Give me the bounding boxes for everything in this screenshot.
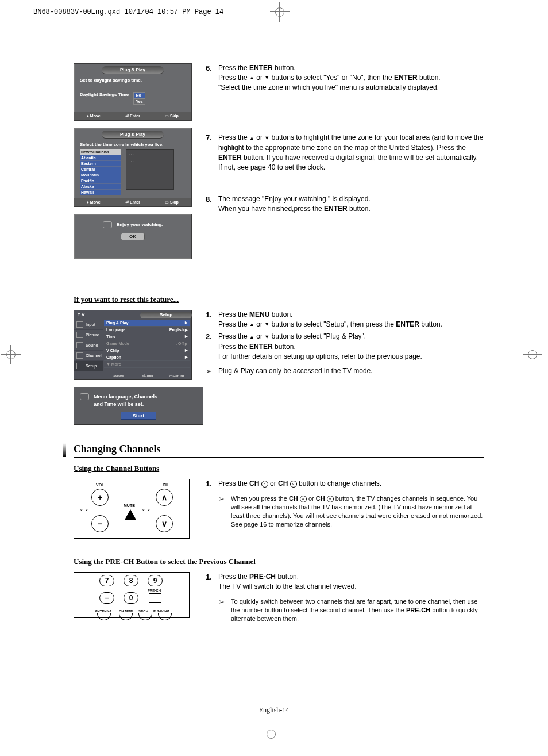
up-arrow-icon: ▲ <box>249 332 254 342</box>
side-item[interactable]: Input <box>74 320 103 330</box>
vol-label: VOL <box>96 483 104 487</box>
down-arrow-icon: ▼ <box>264 320 269 329</box>
tz-item[interactable]: Eastern <box>80 161 121 167</box>
info-icon <box>80 393 89 400</box>
side-item[interactable]: Picture <box>74 330 103 340</box>
ch-down-button[interactable]: ∨ <box>156 515 173 532</box>
setup-row[interactable]: Time▶ <box>104 333 190 340</box>
osd-footer: ♦ Move ⏎ Enter ▭ Skip <box>74 112 191 120</box>
up-arrow-icon: ▲ <box>249 133 254 143</box>
crop-mark-left <box>1 345 21 366</box>
foot-move: ♦ Move <box>74 112 113 120</box>
osd-setup-menu: T V Setup Input Picture Sound Channel Se… <box>74 310 192 380</box>
timezone-list[interactable]: Newfoundland Atlantic Eastern Central Mo… <box>80 149 121 195</box>
note-arrow-icon: ➢ <box>206 366 218 376</box>
dst-option-no[interactable]: No <box>133 92 145 98</box>
pre-step-1: 1. Press the PRE-CH button. The TV will … <box>206 572 484 623</box>
dst-label: Daylight Savings Time <box>80 92 129 97</box>
setup-main: Plug & Play▶ Language: English ▶ Time▶ G… <box>104 320 190 368</box>
osd-timezone: Plug & Play Select the time zone in whic… <box>74 128 192 207</box>
step-body: The message "Enjoy your watching." is di… <box>218 194 484 214</box>
step-6: 6. Press the ENTER button. Press the ▲ o… <box>206 63 484 93</box>
tz-item[interactable]: Alaska <box>80 184 121 190</box>
step-number: 7. <box>206 133 218 172</box>
step-body: Press the PRE-CH button. The TV will swi… <box>218 572 484 623</box>
side-item[interactable]: Channel <box>74 351 103 361</box>
prech-button[interactable] <box>149 593 161 603</box>
remote-diagram-prech: 7 8 9 – 0 PRE-CH ANTENNA CH MGR SRCH E.S… <box>74 572 190 618</box>
dots-icon: ∘∘ <box>80 507 90 513</box>
note-text: To quickly switch between two channels t… <box>231 597 484 623</box>
info-icon <box>103 221 112 228</box>
step-body: Press the ENTER button. Press the ▲ or ▼… <box>218 63 484 93</box>
ch-down-icon: ∨ <box>290 481 297 488</box>
tz-item[interactable]: Mountain <box>80 172 121 178</box>
side-item[interactable]: Sound <box>74 340 103 351</box>
page-footer: English-14 <box>0 706 548 715</box>
tz-item[interactable]: Newfoundland <box>80 149 121 155</box>
osd-title: Plug & Play <box>102 131 164 139</box>
note-text: Plug & Play can only be accessed in the … <box>218 366 373 376</box>
setup-row[interactable]: ▼ More <box>104 361 190 368</box>
print-header: BN68-00883V-00Eng.qxd 10/1/04 10:57 PM P… <box>33 8 223 16</box>
dash-button[interactable]: – <box>99 592 114 604</box>
up-arrow-icon: ▲ <box>249 320 254 329</box>
setup-footer: ♦Move ⏎Enter ▭Return <box>104 373 191 379</box>
step-number: 1. <box>206 479 218 529</box>
tz-item[interactable]: Pacific <box>80 178 121 184</box>
step-body: Press the ▲ or ▼ buttons to select "Plug… <box>218 332 484 361</box>
osd-title: Plug & Play <box>102 66 164 74</box>
setup-row[interactable]: Plug & Play▶ <box>104 320 190 327</box>
setup-row[interactable]: Language: English ▶ <box>104 327 190 333</box>
steps-column: 6. Press the ENTER button. Press the ▲ o… <box>206 63 484 230</box>
prech-label: PRE-CH <box>148 589 161 592</box>
num-7-button[interactable]: 7 <box>99 575 114 586</box>
setup-row[interactable]: Game Mode: Off ▶ <box>104 340 190 347</box>
ch-up-icon: ∧ <box>261 481 268 488</box>
remote-diagram-channels: VOL CH MUTE + − ∧ ∨ ∘∘ ∘∘ <box>74 479 190 539</box>
step-body: Press the CH ∧ or CH ∨ button to change … <box>218 479 484 529</box>
tz-item[interactable]: Hawaii <box>80 190 121 195</box>
enjoy-message: Enjoy your watching. <box>117 222 163 227</box>
foot-skip: ▭ Skip <box>152 112 191 120</box>
reset-step-2: 2. Press the ▲ or ▼ buttons to select "P… <box>206 332 484 361</box>
subhead-pre-ch: Using the PRE-CH Button to select the Pr… <box>74 557 484 566</box>
vol-down-button[interactable]: − <box>91 515 109 532</box>
section-changing-channels: Changing Channels <box>74 443 484 458</box>
osd-column: Plug & Play Set to daylight savings time… <box>74 63 192 266</box>
reset-heading: If you want to reset this feature... <box>74 295 484 304</box>
setup-row[interactable]: Caption▶ <box>104 354 190 361</box>
setup-icon <box>76 363 83 369</box>
ch-up-icon: ∧ <box>300 496 307 502</box>
step-number: 8. <box>206 194 218 214</box>
num-8-button[interactable]: 8 <box>124 575 138 586</box>
ch-label: CH <box>163 483 168 487</box>
setup-title: Setup <box>140 312 192 318</box>
side-item[interactable]: Setup <box>74 361 103 371</box>
osd-footer: ♦ Move ⏎ Enter ▭ Skip <box>74 198 191 206</box>
dst-option-yes[interactable]: Yes <box>133 98 145 105</box>
ok-button[interactable]: OK <box>121 233 145 240</box>
osd-daylight-savings: Plug & Play Set to daylight savings time… <box>74 63 192 121</box>
tz-item[interactable]: Atlantic <box>80 155 121 161</box>
num-9-button[interactable]: 9 <box>148 575 163 586</box>
page: BN68-00883V-00Eng.qxd 10/1/04 10:57 PM P… <box>0 0 548 756</box>
foot-enter: ⏎ Enter <box>113 198 152 206</box>
ch-up-button[interactable]: ∧ <box>156 489 173 506</box>
vol-up-button[interactable]: + <box>91 489 109 506</box>
step-number: 6. <box>206 63 218 93</box>
start-button[interactable]: Start <box>121 412 156 420</box>
step-body: Press the MENU button. Press the ▲ or ▼ … <box>218 310 484 329</box>
down-arrow-icon: ▼ <box>264 332 269 342</box>
timezone-map: · · · · · · · <box>126 149 174 190</box>
step-number: 1. <box>206 572 218 623</box>
osd-start-dialog: Menu language, Channelsand Time will be … <box>74 387 203 425</box>
setup-row[interactable]: V-Chip▶ <box>104 347 190 354</box>
num-0-button[interactable]: 0 <box>124 592 138 604</box>
tz-item[interactable]: Central <box>80 167 121 172</box>
crop-mark-bottom <box>261 724 281 745</box>
block-steps-6-8: Plug & Play Set to daylight savings time… <box>74 63 484 266</box>
setup-sidebar: Input Picture Sound Channel Setup <box>74 320 103 371</box>
step-number: 1. <box>206 310 218 329</box>
crop-mark-right <box>523 345 542 366</box>
